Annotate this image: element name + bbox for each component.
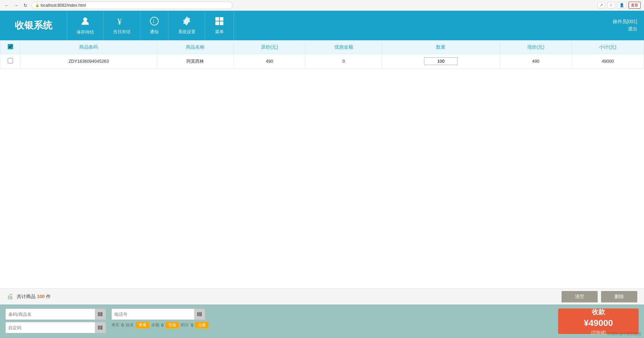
barcode-group — [5, 308, 106, 333]
come-label: 来宾 — [111, 322, 119, 328]
row-original-price: 490 — [233, 54, 306, 69]
nav-menu-label: 菜单 — [215, 29, 224, 35]
checkout-button[interactable]: 收款 ¥49000 [空格键] — [558, 308, 639, 334]
browser-actions: ↗ ☆ 👤 更新 — [597, 2, 641, 9]
svg-rect-19 — [198, 312, 199, 316]
logo: 收银系统 — [0, 11, 67, 40]
select-all-checkbox[interactable] — [8, 44, 13, 49]
phone-scan-btn[interactable] — [194, 309, 205, 320]
col-current-price: 现价(元) — [500, 41, 572, 54]
lock-icon: 🔒 — [35, 3, 39, 7]
save-pending-icon — [80, 16, 90, 28]
extensions-btn[interactable]: ↗ — [597, 2, 605, 8]
header-checkbox-cell[interactable] — [0, 41, 20, 54]
balance-label: 余额 — [151, 322, 159, 328]
points-count: 0 — [191, 323, 193, 328]
points-label: 积分 — [181, 322, 189, 328]
menu-icon — [215, 16, 224, 27]
update-btn[interactable]: 更新 — [629, 2, 641, 9]
col-discount: 优惠金额 — [306, 41, 382, 54]
row-current-price: 490 — [500, 54, 572, 69]
nav-save-pending-label: 保存待结 — [76, 29, 94, 35]
row-barcode: ZDY1636094045263 — [20, 54, 157, 69]
delete-button[interactable]: 删除 — [601, 291, 637, 302]
svg-rect-11 — [101, 312, 101, 316]
svg-rect-10 — [100, 312, 100, 316]
url-bar[interactable]: 🔒 localhost:8082/index.html — [32, 2, 233, 9]
svg-rect-22 — [201, 312, 202, 316]
watermark: CSDN @小辰到场所 — [608, 332, 641, 337]
svg-rect-12 — [101, 312, 102, 316]
total-count: 100 — [37, 294, 45, 299]
come-count: 0 — [121, 323, 124, 328]
table-header-row: 商品条码 商品名称 原价(元) 优惠金额 数量 现价(元) 小计(元) — [0, 41, 644, 54]
printer-icon: 🖨 — [7, 293, 13, 300]
browser-chrome: ← → ↻ 🔒 localhost:8082/index.html ↗ ☆ 👤 … — [0, 0, 644, 11]
phone-input[interactable] — [112, 311, 194, 318]
forward-btn[interactable]: → — [13, 2, 19, 9]
name-label: 姓名 — [126, 322, 134, 328]
query-btn[interactable]: 查看 — [136, 322, 149, 328]
checkout-amount: ¥49000 — [584, 318, 613, 328]
barcode-input[interactable] — [6, 311, 95, 318]
table-row: ZDY1636094045263 阿莫西林 490 0 490 49000 — [0, 54, 644, 69]
nav-notice[interactable]: i 通知 — [140, 11, 169, 40]
svg-rect-20 — [199, 312, 200, 316]
svg-rect-16 — [101, 326, 101, 330]
bottom-panel: 来宾 0 姓名 查看 余额 0 充值 积分 0 兑换 收款 ¥49000 [空格… — [0, 304, 644, 338]
nav-today-end-label: 当日未结 — [113, 29, 130, 35]
custom-code-input[interactable] — [6, 324, 95, 332]
svg-rect-14 — [99, 326, 99, 330]
clear-button[interactable]: 清空 — [561, 291, 598, 302]
svg-rect-17 — [101, 326, 102, 330]
profile-btn[interactable]: 👤 — [617, 2, 627, 8]
row-subtotal: 49000 — [572, 54, 644, 69]
nav-notice-label: 通知 — [150, 29, 159, 35]
svg-rect-5 — [220, 17, 223, 21]
row-checkbox[interactable] — [8, 58, 13, 63]
balance-count: 0 — [161, 323, 164, 328]
col-subtotal: 小计(元) — [572, 41, 644, 54]
barcode-input-row — [5, 308, 106, 320]
svg-rect-6 — [215, 21, 219, 25]
row-name: 阿莫西林 — [157, 54, 233, 69]
row-quantity[interactable] — [382, 54, 500, 69]
operator-label: 操作员[001] — [613, 19, 637, 25]
product-table: 商品条码 商品名称 原价(元) 优惠金额 数量 现价(元) 小计(元) ZDY1… — [0, 40, 644, 69]
nav-menu[interactable]: 菜单 — [205, 11, 234, 40]
svg-rect-4 — [215, 17, 219, 21]
checkout-hint: [空格键] — [591, 330, 606, 335]
settings-icon — [182, 16, 192, 27]
svg-rect-15 — [100, 326, 100, 330]
nav-settings[interactable]: 系统设置 — [169, 11, 205, 40]
checkout-label: 收款 — [592, 307, 605, 317]
row-discount: 0 — [306, 54, 382, 69]
bookmark-btn[interactable]: ☆ — [607, 2, 615, 8]
header: 收银系统 保存待结 ¥ 当日未结 — [0, 11, 644, 40]
product-table-area: 商品条码 商品名称 原价(元) 优惠金额 数量 现价(元) 小计(元) ZDY1… — [0, 40, 644, 288]
svg-rect-18 — [197, 312, 198, 316]
nav-today-end[interactable]: ¥ 当日未结 — [104, 11, 140, 40]
phone-actions: 来宾 0 姓名 查看 余额 0 充值 积分 0 兑换 — [111, 322, 209, 328]
custom-scan-btn[interactable] — [95, 322, 106, 333]
phone-group: 来宾 0 姓名 查看 余额 0 充值 积分 0 兑换 — [111, 308, 209, 328]
redeem-btn[interactable]: 兑换 — [195, 322, 209, 328]
logout-btn[interactable]: 退出 — [628, 26, 637, 32]
url-text: localhost:8082/index.html — [41, 3, 86, 8]
svg-text:i: i — [153, 18, 154, 24]
row-check-cell[interactable] — [0, 54, 20, 69]
svg-rect-7 — [220, 21, 223, 25]
action-buttons: 清空 删除 — [561, 291, 637, 302]
custom-code-input-row — [5, 322, 106, 333]
barcode-scan-btn[interactable] — [95, 309, 106, 320]
back-btn[interactable]: ← — [3, 2, 10, 9]
nav-items: 保存待结 ¥ 当日未结 i 通知 — [67, 11, 606, 40]
header-right: 操作员[001] 退出 — [606, 11, 644, 40]
col-barcode: 商品条码 — [20, 41, 157, 54]
quantity-input[interactable] — [424, 57, 458, 65]
status-bar: 🖨 共计商品 100 件 清空 删除 — [0, 288, 644, 304]
refresh-btn[interactable]: ↻ — [22, 2, 29, 9]
charge-btn[interactable]: 充值 — [165, 322, 179, 328]
nav-save-pending[interactable]: 保存待结 — [67, 11, 104, 40]
today-end-icon: ¥ — [117, 16, 127, 27]
